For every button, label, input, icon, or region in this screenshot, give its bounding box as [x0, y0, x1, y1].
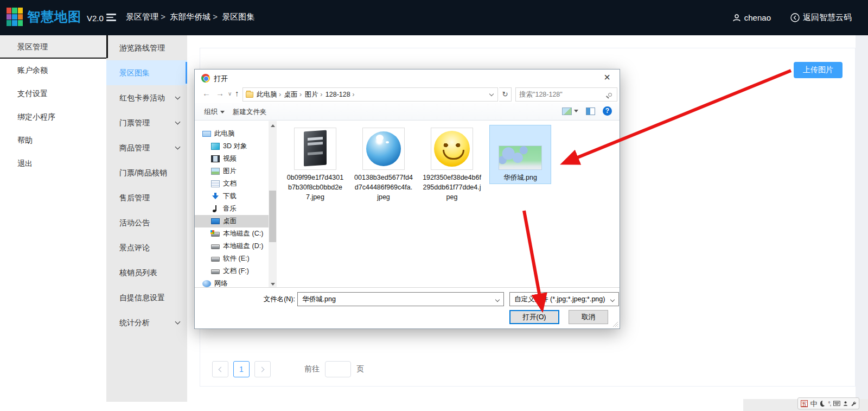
submenu-item[interactable]: 统计分析 [106, 310, 187, 335]
path-segment[interactable]: 此电脑 [257, 91, 283, 98]
submenu-item[interactable]: 景点评论 [106, 235, 187, 260]
sidebar-item[interactable]: 账户余额 [0, 59, 106, 82]
file-item[interactable]: 192f350ef38de4b6f295ddb61f77dde4.jpeg [422, 125, 482, 203]
tree-item-icon [202, 131, 211, 137]
page-number-button[interactable]: 1 [233, 361, 250, 377]
back-arrow-icon[interactable]: ← [202, 88, 210, 98]
goto-page-input[interactable] [325, 361, 351, 377]
path-segment[interactable]: 图片 [305, 91, 324, 98]
ime-keyboard-icon[interactable] [833, 401, 840, 406]
submenu-item[interactable]: 核销员列表 [106, 260, 187, 285]
breadcrumb-item[interactable]: 景区图集 [222, 12, 254, 21]
sidebar-item[interactable]: 绑定小程序 [0, 105, 106, 129]
ime-toolbar[interactable]: 五 中 °, [797, 397, 859, 409]
submenu-item[interactable]: 活动公告 [106, 210, 187, 235]
preview-pane-icon[interactable] [586, 108, 595, 115]
upload-image-button[interactable]: 上传图片 [794, 62, 843, 78]
help-icon[interactable]: ? [603, 106, 612, 116]
tree-item[interactable]: 图片 [195, 165, 269, 178]
submenu-item[interactable]: 门票/商品核销 [106, 160, 187, 185]
submenu-item-label: 核销员列表 [119, 260, 157, 285]
file-name: 0b09f99e1f7d4301b7b30f8cb0bbd2e7.jpeg [286, 173, 344, 202]
tree-item[interactable]: 网络 [195, 277, 269, 288]
submenu-item[interactable]: 商品管理 [106, 135, 187, 160]
organize-button[interactable]: 组织 [204, 108, 225, 117]
user-menu[interactable]: chenao [732, 13, 771, 22]
ime-punctuation-icon[interactable]: °, [828, 401, 831, 407]
tree-item[interactable]: 本地磁盘 (D:) [195, 240, 269, 252]
submenu-item[interactable]: 门票管理 [106, 110, 187, 135]
tree-item[interactable]: 3D 对象 [195, 140, 269, 153]
ime-lang-key[interactable]: 中 [810, 400, 818, 407]
sidebar-item[interactable]: 支付设置 [0, 82, 106, 105]
tree-item[interactable]: 此电脑 [195, 128, 269, 140]
prev-page-button[interactable] [212, 361, 228, 377]
file-thumbnail [286, 127, 344, 170]
scrollbar-thumb[interactable] [269, 191, 276, 242]
file-item[interactable]: 华侨城.png [490, 125, 551, 184]
filetype-combobox[interactable]: 自定义文件 (*.jpg;*.jpeg;*.png) [509, 292, 619, 306]
file-item[interactable]: 0b09f99e1f7d4301b7b30f8cb0bbd2e7.jpeg [285, 125, 346, 203]
address-bar[interactable]: 此电脑桌面图片128-128 [242, 87, 498, 102]
tree-scrollbar[interactable] [269, 121, 277, 288]
ime-wrench-icon[interactable] [851, 401, 856, 407]
forward-arrow-icon[interactable]: → [216, 88, 224, 98]
file-item[interactable]: 00138b3ed5677fd4d7c44486f969c4fa.jpeg [353, 125, 414, 203]
chevron-down-icon [175, 119, 181, 125]
next-page-button[interactable] [254, 361, 271, 377]
address-path: 此电脑桌面图片128-128 [257, 90, 355, 99]
submenu-item[interactable]: 游览路线管理 [106, 35, 187, 60]
history-dropdown-icon[interactable]: ∨ [228, 91, 232, 97]
user-icon [732, 14, 741, 22]
refresh-button[interactable]: ↻ [499, 87, 512, 102]
folder-tree: 此电脑3D 对象视频图片文档下载音乐桌面本地磁盘 (C:)本地磁盘 (D:)软件… [195, 121, 269, 288]
tree-item-label: 桌面 [223, 217, 237, 226]
tree-item-label: 此电脑 [214, 129, 235, 138]
breadcrumb-item[interactable]: 东部华侨城 [170, 12, 220, 21]
tree-item[interactable]: 桌面 [195, 215, 269, 227]
ime-person-icon[interactable] [843, 401, 848, 407]
submenu-item[interactable]: 景区图集 [106, 60, 187, 85]
open-file-dialog: 打开 × ← → ∨ ↑ 此电脑桌面图片128-128 ↻ 搜索"128-128… [194, 69, 620, 329]
close-icon[interactable]: × [600, 71, 614, 84]
resize-grip[interactable] [612, 321, 618, 327]
up-arrow-icon[interactable]: ↑ [235, 88, 239, 98]
tree-item[interactable]: 下载 [195, 190, 269, 203]
dialog-titlebar[interactable]: 打开 × [195, 69, 620, 87]
file-list: 0b09f99e1f7d4301b7b30f8cb0bbd2e7.jpeg001… [277, 121, 620, 288]
open-button[interactable]: 打开(O) [509, 310, 559, 324]
tree-item[interactable]: 音乐 [195, 203, 269, 215]
submenu-item[interactable]: 自提信息设置 [106, 285, 187, 310]
sidebar-item-label: 帮助 [17, 136, 33, 144]
view-mode-button[interactable] [562, 108, 578, 115]
tree-item[interactable]: 文档 [195, 178, 269, 190]
file-name: 华侨城.png [491, 173, 550, 182]
return-cloud-link[interactable]: 返回智慧云码 [790, 12, 852, 23]
new-folder-button[interactable]: 新建文件夹 [233, 108, 267, 117]
sidebar-item[interactable]: 景区管理 [0, 35, 106, 59]
collapse-menu-icon[interactable] [106, 14, 116, 21]
address-dropdown-icon[interactable] [489, 91, 494, 96]
thumbnail-view-icon [562, 108, 572, 115]
tree-item[interactable]: 软件 (E:) [195, 252, 269, 265]
ime-fullwidth-moon-icon[interactable] [820, 401, 826, 407]
ime-wubi-key[interactable]: 五 [801, 400, 808, 407]
submenu-item[interactable]: 售后管理 [106, 185, 187, 210]
tree-item[interactable]: 文档 (F:) [195, 265, 269, 277]
filename-combobox[interactable]: 华侨城.png [297, 292, 504, 306]
tree-item[interactable]: 视频 [195, 153, 269, 165]
submenu-item[interactable]: 红包卡券活动 [106, 85, 187, 110]
search-box[interactable]: 搜索"128-128" [515, 87, 617, 102]
tree-item-icon [211, 205, 220, 212]
path-segment[interactable]: 128-128 [326, 91, 355, 98]
sidebar-item[interactable]: 帮助 [0, 129, 106, 152]
scroll-up-icon[interactable] [269, 121, 277, 129]
page-unit-label: 页 [356, 364, 364, 374]
tree-item[interactable]: 本地磁盘 (C:) [195, 227, 269, 240]
sidebar-item[interactable]: 退出 [0, 152, 106, 175]
breadcrumb-item[interactable]: 景区管理 [126, 12, 168, 21]
path-segment[interactable]: 桌面 [284, 91, 304, 98]
tree-item-label: 音乐 [223, 204, 237, 213]
cancel-button[interactable]: 取消 [569, 310, 608, 324]
chrome-icon [201, 74, 210, 83]
